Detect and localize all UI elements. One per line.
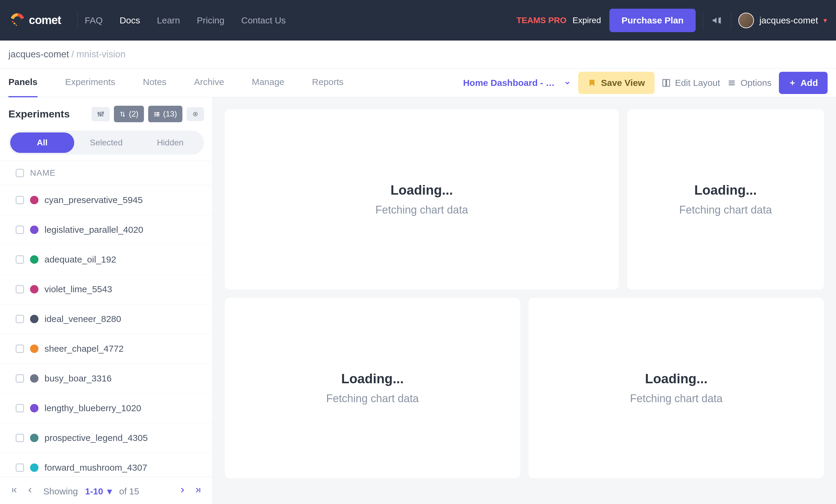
svg-rect-4 — [666, 79, 669, 86]
row-checkbox[interactable] — [16, 404, 24, 412]
row-name: busy_boar_3316 — [44, 373, 112, 384]
pager: Showing 1-10 ▾ of 15 — [0, 477, 212, 504]
row-checkbox[interactable] — [16, 196, 24, 204]
edit-layout-button[interactable]: Edit Layout — [662, 78, 720, 88]
row-checkbox[interactable] — [16, 285, 24, 293]
table-row[interactable]: forward_mushroom_4307 — [0, 453, 212, 477]
nav-pricing[interactable]: Pricing — [197, 15, 225, 25]
nav-contact[interactable]: Contact Us — [241, 15, 286, 25]
content: Experiments (2) (13) — [0, 97, 836, 504]
tab-reports[interactable]: Reports — [312, 68, 343, 98]
sub-nav: Panels Experiments Notes Archive Manage … — [0, 69, 836, 97]
of-label: of 15 — [119, 486, 139, 497]
row-checkbox[interactable] — [16, 434, 24, 442]
app-header: comet FAQ Docs Learn Pricing Contact Us … — [0, 0, 836, 41]
table-row[interactable]: ideal_veneer_8280 — [0, 304, 212, 334]
user-menu[interactable]: jacques-comet ▾ — [738, 13, 827, 28]
color-dot — [30, 345, 38, 353]
last-page-icon[interactable] — [192, 484, 204, 498]
menu-icon — [727, 78, 736, 88]
loading-title: Loading... — [341, 371, 404, 386]
first-page-icon[interactable] — [8, 484, 20, 498]
range-label[interactable]: 1-10 ▾ — [85, 486, 112, 497]
prev-page-icon[interactable] — [24, 484, 36, 498]
table-row[interactable]: prospective_legend_4305 — [0, 423, 212, 453]
svg-rect-20 — [154, 115, 156, 116]
chart-panel[interactable]: Loading... Fetching chart data — [627, 109, 824, 290]
tab-notes[interactable]: Notes — [143, 68, 166, 98]
next-page-icon[interactable] — [176, 484, 188, 498]
row-name: legislative_parallel_4020 — [44, 225, 143, 235]
chart-panel[interactable]: Loading... Fetching chart data — [225, 109, 619, 290]
table-row[interactable]: busy_boar_3316 — [0, 364, 212, 393]
name-header: NAME — [30, 168, 56, 178]
username-label: jacques-comet — [759, 15, 818, 25]
table-row[interactable]: sheer_chapel_4772 — [0, 334, 212, 364]
loading-title: Loading... — [391, 182, 453, 198]
tab-archive[interactable]: Archive — [194, 68, 224, 98]
row-checkbox[interactable] — [16, 374, 24, 383]
announcement-icon[interactable] — [710, 14, 724, 27]
svg-rect-3 — [663, 79, 666, 86]
svg-rect-19 — [156, 114, 159, 115]
options-button[interactable]: Options — [727, 78, 772, 88]
row-checkbox[interactable] — [16, 463, 24, 472]
svg-point-0 — [14, 22, 15, 24]
svg-rect-17 — [156, 112, 159, 113]
top-nav: FAQ Docs Learn Pricing Contact Us — [85, 15, 286, 25]
chart-panel[interactable]: Loading... Fetching chart data — [529, 298, 824, 478]
filter-chip[interactable] — [92, 107, 110, 121]
sort-chip[interactable]: (2) — [114, 106, 144, 122]
experiment-list: cyan_preservative_5945legislative_parall… — [0, 185, 212, 477]
row-name: cyan_preservative_5945 — [44, 195, 143, 205]
settings-chip[interactable] — [187, 107, 204, 121]
table-row[interactable]: adequate_oil_192 — [0, 245, 212, 274]
panel-row-bottom: Loading... Fetching chart data Loading..… — [225, 298, 824, 478]
breadcrumb-user[interactable]: jacques-comet — [8, 49, 69, 60]
row-name: adequate_oil_192 — [44, 254, 116, 265]
dashboard-select[interactable]: Home Dashboard - … — [463, 78, 571, 88]
color-dot — [30, 463, 38, 472]
nav-faq[interactable]: FAQ — [85, 15, 103, 25]
save-view-label: Save View — [601, 78, 645, 88]
loading-sub: Fetching chart data — [375, 203, 468, 216]
table-row[interactable]: cyan_preservative_5945 — [0, 185, 212, 215]
save-view-button[interactable]: Save View — [578, 72, 654, 94]
tab-panels[interactable]: Panels — [8, 68, 38, 98]
seg-all[interactable]: All — [10, 133, 74, 153]
pager-left-icons — [8, 484, 36, 498]
select-all-checkbox[interactable] — [16, 169, 24, 177]
svg-point-2 — [16, 25, 17, 26]
row-name: forward_mushroom_4307 — [44, 463, 147, 473]
color-dot — [30, 374, 38, 383]
breadcrumb: jacques-comet / mnist-vision — [0, 41, 836, 69]
table-head: NAME — [0, 161, 212, 185]
row-name: lengthy_blueberry_1020 — [44, 403, 141, 413]
nav-learn[interactable]: Learn — [157, 15, 180, 25]
chart-panel[interactable]: Loading... Fetching chart data — [225, 298, 520, 478]
row-checkbox[interactable] — [16, 315, 24, 323]
row-checkbox[interactable] — [16, 255, 24, 264]
add-button[interactable]: Add — [779, 72, 828, 94]
purchase-plan-button[interactable]: Purchase Plan — [609, 9, 696, 32]
nav-docs[interactable]: Docs — [120, 15, 140, 25]
color-dot — [30, 404, 38, 412]
dashboard-select-label: Home Dashboard - … — [463, 78, 555, 88]
logo[interactable]: comet — [9, 12, 61, 29]
seg-selected[interactable]: Selected — [74, 133, 138, 153]
table-row[interactable]: lengthy_blueberry_1020 — [0, 393, 212, 423]
color-dot — [30, 255, 38, 264]
table-row[interactable]: legislative_parallel_4020 — [0, 215, 212, 245]
main-area: Loading... Fetching chart data Loading..… — [213, 97, 836, 504]
row-checkbox[interactable] — [16, 226, 24, 234]
tab-experiments[interactable]: Experiments — [65, 68, 115, 98]
table-row[interactable]: violet_lime_5543 — [0, 274, 212, 304]
row-checkbox[interactable] — [16, 345, 24, 353]
tab-manage[interactable]: Manage — [252, 68, 284, 98]
seg-hidden[interactable]: Hidden — [138, 133, 202, 153]
row-name: prospective_legend_4305 — [44, 433, 148, 443]
breadcrumb-project[interactable]: mnist-vision — [76, 49, 126, 60]
columns-chip[interactable]: (13) — [148, 106, 183, 122]
plus-icon — [788, 79, 796, 87]
svg-point-13 — [100, 114, 101, 116]
